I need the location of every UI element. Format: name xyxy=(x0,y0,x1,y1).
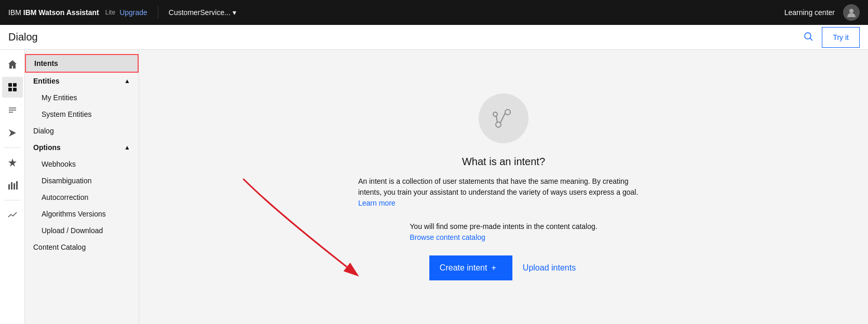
rail-divider-1 xyxy=(4,147,21,148)
topnav-right: Learning center xyxy=(784,4,860,21)
sidebar-item-content-catalog[interactable]: Content Catalog xyxy=(25,239,139,255)
sidebar-item-disambiguation[interactable]: Disambiguation xyxy=(25,172,139,189)
sidebar-item-algorithm-versions[interactable]: Algorithms Versions xyxy=(25,206,139,222)
system-entities-label: System Entities xyxy=(42,110,91,118)
rail-intents-icon[interactable] xyxy=(2,77,23,98)
upgrade-link[interactable]: Upgrade xyxy=(119,8,147,17)
topnav-left: IBM IBM Watson Assistant Lite Upgrade Cu… xyxy=(8,6,236,19)
learning-center-link[interactable]: Learning center xyxy=(784,8,835,17)
intent-title: What is an intent? xyxy=(462,156,545,168)
svg-rect-10 xyxy=(13,183,15,190)
dialog-label: Dialog xyxy=(33,127,54,135)
options-label: Options xyxy=(33,143,61,152)
svg-rect-3 xyxy=(8,83,12,87)
sidebar-item-webhooks[interactable]: Webhooks xyxy=(25,156,139,172)
create-intent-button[interactable]: Create intent + xyxy=(429,255,512,280)
svg-line-17 xyxy=(496,116,497,123)
browse-catalog-link[interactable]: Browse content catalog xyxy=(410,232,597,243)
webhooks-label: Webhooks xyxy=(42,160,76,168)
intent-description: An intent is a collection of user statem… xyxy=(358,176,649,209)
sidebar-section-entities[interactable]: Entities ▲ xyxy=(25,73,139,89)
svg-line-16 xyxy=(500,113,505,123)
sidebar-item-upload-download[interactable]: Upload / Download xyxy=(25,222,139,239)
intent-description-text: An intent is a collection of user statem… xyxy=(358,177,638,196)
header-bar: Dialog Try it xyxy=(0,25,868,50)
rail-deploy-icon[interactable] xyxy=(2,152,23,173)
my-entities-label: My Entities xyxy=(42,93,77,102)
intent-catalog-info: You will find some pre-made intents in t… xyxy=(410,221,597,243)
svg-rect-11 xyxy=(16,181,18,190)
svg-rect-5 xyxy=(8,88,12,91)
icon-rail xyxy=(0,50,25,324)
autocorrection-label: Autocorrection xyxy=(42,193,88,201)
create-intent-label: Create intent xyxy=(440,263,487,273)
upload-intents-button[interactable]: Upload intents xyxy=(521,257,578,279)
main-content: What is an intent? An intent is a collec… xyxy=(139,50,868,324)
learn-more-link[interactable]: Learn more xyxy=(358,199,396,207)
sidebar-item-dialog[interactable]: Dialog xyxy=(25,123,139,139)
svg-marker-7 xyxy=(9,129,16,137)
upload-download-label: Upload / Download xyxy=(42,226,103,235)
catalog-text: You will find some pre-made intents in t… xyxy=(410,222,597,231)
topnav-brand: IBM IBM Watson Assistant xyxy=(8,8,99,17)
intent-graph-icon xyxy=(488,103,519,134)
sidebar-item-intents[interactable]: Intents xyxy=(25,54,139,73)
svg-rect-6 xyxy=(13,88,17,91)
nav-divider xyxy=(158,6,158,19)
content-catalog-label: Content Catalog xyxy=(33,243,86,251)
user-icon xyxy=(846,7,857,18)
svg-point-15 xyxy=(493,112,497,116)
rail-chart-icon[interactable] xyxy=(2,205,23,225)
svg-rect-9 xyxy=(11,182,12,190)
workspace-selector[interactable]: CustomerService... ▾ xyxy=(169,8,236,17)
intent-icon-circle xyxy=(479,93,528,143)
svg-rect-4 xyxy=(13,83,17,87)
disambiguation-label: Disambiguation xyxy=(42,177,92,185)
intents-label: Intents xyxy=(34,59,58,68)
try-it-button[interactable]: Try it xyxy=(822,27,860,48)
create-intent-plus-icon: + xyxy=(491,263,496,273)
algorithm-versions-label: Algorithms Versions xyxy=(42,210,106,218)
svg-line-2 xyxy=(810,38,813,41)
plan-label: Lite xyxy=(105,9,115,16)
page-title: Dialog xyxy=(8,31,38,43)
rail-dialog-icon[interactable] xyxy=(2,123,23,143)
sidebar-item-autocorrection[interactable]: Autocorrection xyxy=(25,189,139,206)
svg-point-14 xyxy=(496,122,501,127)
search-icon xyxy=(803,31,813,42)
top-nav: IBM IBM Watson Assistant Lite Upgrade Cu… xyxy=(0,0,868,25)
intent-actions: Create intent + Upload intents xyxy=(429,255,578,280)
entities-chevron-icon: ▲ xyxy=(124,77,130,85)
sidebar-section-options[interactable]: Options ▲ xyxy=(25,139,139,156)
rail-divider-2 xyxy=(4,200,21,200)
user-avatar[interactable] xyxy=(843,4,860,21)
main-layout: Intents Entities ▲ My Entities System En… xyxy=(0,50,868,324)
svg-point-1 xyxy=(805,33,811,39)
sidebar: Intents Entities ▲ My Entities System En… xyxy=(25,50,139,324)
intent-info-card: What is an intent? An intent is a collec… xyxy=(358,93,649,280)
chevron-down-icon: ▾ xyxy=(233,8,236,17)
header-right: Try it xyxy=(799,27,860,48)
rail-home-icon[interactable] xyxy=(2,54,23,75)
svg-rect-8 xyxy=(8,184,10,190)
svg-point-13 xyxy=(505,110,510,115)
search-button[interactable] xyxy=(799,27,818,47)
brand-name: IBM Watson Assistant xyxy=(23,8,99,17)
options-chevron-icon: ▲ xyxy=(124,144,130,151)
svg-point-0 xyxy=(849,9,853,13)
entities-label: Entities xyxy=(33,77,60,85)
rail-analytics-icon[interactable] xyxy=(2,175,23,196)
sidebar-item-my-entities[interactable]: My Entities xyxy=(25,89,139,106)
sidebar-item-system-entities[interactable]: System Entities xyxy=(25,106,139,123)
rail-entities-icon[interactable] xyxy=(2,100,23,120)
workspace-name: CustomerService... xyxy=(169,8,230,17)
